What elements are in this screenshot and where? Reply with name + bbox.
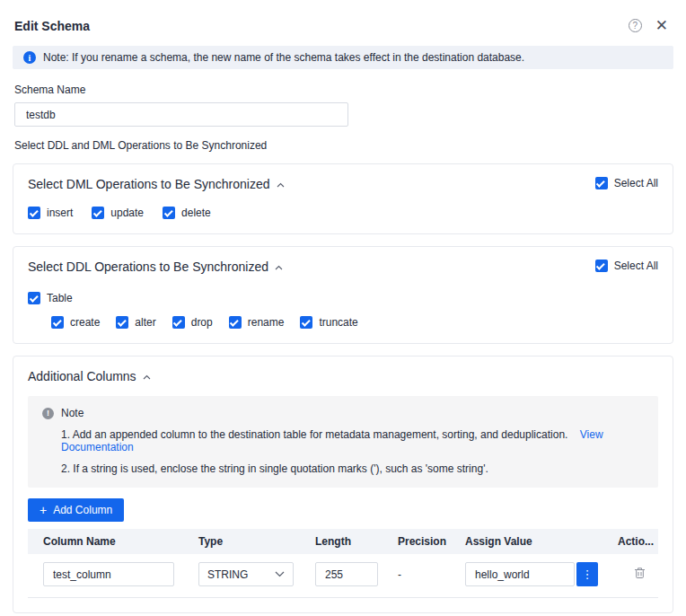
column-name-cell [28, 562, 183, 586]
dml-operations-card: Select DML Operations to Be Synchronized… [13, 163, 673, 234]
assign-value-group: ⋮ [465, 562, 602, 586]
dml-select-all-checkbox[interactable]: Select All [595, 177, 658, 189]
ddl-operations-card: Select DDL Operations to Be Synchronized… [13, 246, 673, 344]
type-select-value: STRING [207, 568, 248, 581]
edit-schema-dialog: Edit Schema ? ✕ i Note: If you rename a … [0, 0, 686, 616]
add-column-button[interactable]: + Add Column [28, 498, 124, 522]
checkbox-checked-icon [595, 260, 608, 272]
dml-select-all-label: Select All [614, 177, 658, 189]
note-header: ! Note [42, 407, 644, 419]
checkbox-delete[interactable]: delete [163, 207, 211, 219]
schema-name-label: Schema Name [14, 84, 672, 96]
table-row: STRING - ⋮ [28, 554, 658, 598]
length-input[interactable] [315, 562, 378, 586]
checkbox-insert[interactable]: insert [28, 207, 73, 219]
operations-section-label: Select DDL and DML Operations to Be Sync… [14, 139, 672, 152]
vertical-ellipsis-icon: ⋮ [582, 568, 594, 580]
chevron-up-icon [143, 374, 151, 380]
length-cell [300, 562, 383, 586]
checkbox-checked-icon [51, 316, 64, 329]
ddl-card-header: Select DDL Operations to Be Synchronized… [28, 260, 658, 274]
header-icons: ? ✕ [629, 18, 668, 33]
header-actions: Actio... [602, 535, 658, 548]
actions-cell [602, 567, 658, 582]
checkbox-checked-icon [595, 177, 608, 189]
column-name-input[interactable] [43, 562, 174, 586]
header-length: Length [300, 535, 383, 548]
checkbox-rename[interactable]: rename [229, 316, 285, 329]
chevron-up-icon [277, 182, 285, 188]
note-item-1: 1. Add an appended column to the destina… [61, 428, 644, 453]
dml-card-title: Select DML Operations to Be Synchronized [28, 177, 270, 191]
help-icon[interactable]: ? [629, 19, 642, 32]
plus-icon: + [40, 504, 47, 516]
note-banner: i Note: If you rename a schema, the new … [13, 46, 673, 69]
chevron-down-icon [275, 571, 285, 577]
assign-value-options-button[interactable]: ⋮ [576, 562, 598, 586]
checkbox-checked-icon [172, 316, 185, 329]
checkbox-update[interactable]: update [92, 207, 144, 219]
checkbox-checked-icon [163, 207, 175, 219]
precision-value: - [398, 568, 401, 581]
additional-columns-note: ! Note 1. Add an appended column to the … [28, 396, 658, 488]
ddl-sub-operations-row: create alter drop rename truncate [51, 316, 658, 329]
schema-name-input[interactable] [14, 102, 348, 127]
ddl-card-collapse-toggle[interactable]: Select DDL Operations to Be Synchronized [28, 260, 283, 274]
dml-card-collapse-toggle[interactable]: Select DML Operations to Be Synchronized [28, 177, 285, 191]
note-item-1-text: 1. Add an appended column to the destina… [61, 428, 567, 441]
dml-operations-row: insert update delete [28, 207, 658, 219]
header-precision: Precision [383, 535, 450, 548]
type-select[interactable]: STRING [198, 562, 294, 586]
checkbox-checked-icon [92, 207, 104, 219]
checkbox-checked-icon [300, 316, 312, 329]
dialog-title: Edit Schema [14, 19, 90, 33]
header-assign-value: Assign Value [450, 535, 602, 548]
header-column-name: Column Name [28, 535, 183, 548]
ddl-table-row: Table [28, 292, 658, 304]
close-icon[interactable]: ✕ [655, 18, 668, 33]
delete-row-button[interactable] [634, 567, 646, 579]
checkbox-table[interactable]: Table [28, 292, 73, 304]
additional-columns-collapse-toggle[interactable]: Additional Columns [28, 369, 151, 383]
note-item-2: 2. If a string is used, enclose the stri… [61, 462, 644, 475]
additional-columns-header: Additional Columns [28, 369, 658, 383]
trash-icon [634, 567, 646, 579]
chevron-up-icon [275, 265, 283, 270]
ddl-card-title: Select DDL Operations to Be Synchronized [28, 260, 268, 274]
checkbox-drop[interactable]: drop [172, 316, 213, 329]
note-title: Note [61, 407, 84, 419]
checkbox-alter[interactable]: alter [116, 316, 155, 329]
header-type: Type [183, 535, 300, 548]
assign-value-input[interactable] [465, 562, 575, 586]
precision-cell: - [383, 568, 450, 581]
checkbox-checked-icon [28, 207, 40, 219]
info-icon: i [23, 51, 36, 64]
ddl-select-all-label: Select All [614, 260, 658, 272]
type-cell: STRING [183, 562, 300, 586]
additional-columns-card: Additional Columns ! Note 1. Add an appe… [13, 356, 673, 613]
columns-table: Column Name Type Length Precision Assign… [28, 529, 658, 598]
checkbox-checked-icon [229, 316, 242, 329]
note-banner-text: Note: If you rename a schema, the new na… [43, 51, 524, 64]
dml-card-header: Select DML Operations to Be Synchronized… [28, 177, 658, 191]
additional-columns-title: Additional Columns [28, 369, 136, 383]
checkbox-truncate[interactable]: truncate [300, 316, 357, 329]
columns-table-header: Column Name Type Length Precision Assign… [28, 529, 658, 554]
dialog-header: Edit Schema ? ✕ [0, 0, 686, 46]
checkbox-checked-icon [28, 292, 40, 304]
ddl-select-all-checkbox[interactable]: Select All [595, 260, 658, 272]
add-column-label: Add Column [53, 504, 112, 516]
checkbox-create[interactable]: create [51, 316, 100, 329]
note-icon: ! [42, 408, 54, 419]
checkbox-checked-icon [116, 316, 128, 329]
assign-value-cell: ⋮ [450, 562, 602, 586]
